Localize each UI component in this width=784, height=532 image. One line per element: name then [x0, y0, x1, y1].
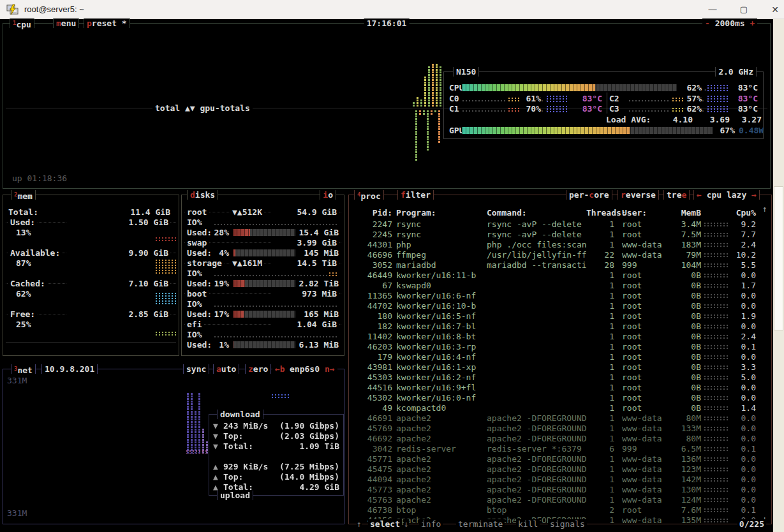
proc-cpu-graph [704, 406, 728, 410]
proc-cpu-graph [704, 355, 728, 359]
proc-col-memory[interactable]: MemB [667, 208, 701, 218]
net-zero-button[interactable]: zero [245, 364, 271, 374]
process-row[interactable]: 46691apache2apache2 -DFOREGROUND1www-dat… [349, 413, 771, 423]
process-row[interactable]: 3042redis-serverredis-server *:637969996… [349, 444, 771, 454]
process-row[interactable]: 44516kworker/u16:9+fl1root0B0.0 [349, 383, 771, 392]
interval-plus-button[interactable]: + [750, 18, 755, 28]
proc-box-title[interactable]: 4proc [354, 190, 384, 200]
select-down-icon[interactable]: ↓ [404, 519, 409, 529]
proc-cell-cpu: 0.0 [730, 434, 756, 443]
filter-button[interactable]: filter [397, 190, 434, 200]
process-row[interactable]: 45771apache2apache2 -DFOREGROUND1www-dat… [349, 454, 771, 464]
process-row[interactable]: 44301phpphp ./occ files:scan1www-data183… [349, 240, 771, 249]
proc-col-program[interactable]: Program: [396, 208, 485, 218]
proc-cell-memory: 0B [667, 270, 701, 280]
process-row[interactable]: 45475apache2apache2 -DFOREGROUND1www-dat… [349, 464, 771, 474]
process-row[interactable]: 45773apache2apache2 -DFOREGROUND1www-dat… [349, 485, 771, 494]
process-row[interactable]: 67kswapd01root0B1.7 [349, 281, 771, 290]
proc-cell-program: kworker/u16:8-bt [396, 332, 485, 341]
kill-action[interactable]: kill [516, 519, 540, 529]
process-row[interactable]: 46449kworker/u16:11-b1root0B0.0 [349, 270, 771, 280]
proc-cpu-graph [704, 477, 728, 482]
process-row[interactable]: 46738btopbtop2root7.6M0.1 [349, 505, 771, 515]
process-row[interactable]: 3052mariadbdmariadbd --transacti28999104… [349, 260, 771, 270]
io-mode-button[interactable]: io [320, 190, 336, 200]
core-usage-pct: 62% [676, 104, 702, 114]
preset-button[interactable]: preset * [84, 18, 130, 28]
disks-box-title[interactable]: disks [187, 190, 218, 200]
window-title: root@server5: ~ [24, 4, 84, 14]
net-sync-button[interactable]: sync [183, 364, 209, 374]
mem-row-label: Cached: [8, 279, 47, 288]
process-row[interactable]: 179kworker/u16:4-nf1root0B0.0 [349, 352, 771, 362]
process-row[interactable]: 45769apache2apache2 -DFOREGROUND1www-dat… [349, 424, 771, 433]
select-action[interactable]: select [368, 519, 402, 529]
clock: 17:16:01 [364, 18, 410, 28]
select-up-icon[interactable]: ↑ [357, 519, 362, 529]
per-core-toggle[interactable]: per-core [566, 190, 612, 200]
proc-col-threads[interactable]: Threads: [586, 208, 614, 218]
net-interface: enp6s0 [287, 364, 322, 374]
disk-io-label: IO% [187, 269, 202, 278]
close-button[interactable]: ✕ [761, 0, 784, 19]
proc-cell-cpu: 5.0 [730, 373, 756, 382]
sort-selector[interactable]: ← cpu lazy → [693, 190, 760, 200]
scroll-up-indicator[interactable]: ↑ [762, 204, 767, 214]
scrollbar-thumb[interactable] [774, 186, 783, 330]
info-action[interactable]: info [419, 519, 443, 529]
proc-cpu-graph [704, 242, 728, 247]
process-row[interactable]: 2247rsyncrsync -avP --delete1root3.4M9.2 [349, 219, 771, 229]
maximize-button[interactable]: ▢ [730, 0, 758, 19]
minimize-button[interactable]: — [699, 0, 727, 19]
mem-box-title[interactable]: 2mem [11, 190, 36, 200]
reverse-toggle[interactable]: reverse [618, 190, 659, 200]
tree-toggle[interactable]: tree [663, 190, 690, 200]
proc-cell-program: php [396, 240, 485, 249]
proc-col-pid[interactable]: Pid: [354, 208, 392, 218]
net-box-title[interactable]: 3net [11, 364, 36, 374]
proc-cell-memory: 0B [667, 311, 701, 321]
process-row[interactable]: 46696ffmpeg/usr/lib/jellyfin-ff22www-dat… [349, 250, 771, 260]
process-row[interactable]: 182kworker/u16:7-bl1root0B0.0 [349, 321, 771, 331]
process-row[interactable]: 46203kworker/u16:3-rp1root0B0.1 [349, 342, 771, 351]
disk-used-value: 145 MiB [297, 248, 339, 258]
process-row[interactable]: 46692apache2apache2 -DFOREGROUND1www-dat… [349, 434, 771, 443]
disk-size: 14.5 TiB [271, 258, 339, 268]
proc-cell-program: apache2 [396, 454, 485, 464]
disk-name: boot [185, 289, 209, 299]
download-graph [187, 391, 210, 454]
process-row[interactable]: 45763apache2apache2 -DFOREGROUND1www-dat… [349, 495, 771, 505]
iface-next-button[interactable]: n→ [322, 364, 337, 374]
proc-cell-threads: 6 [586, 444, 614, 454]
interval-minus-button[interactable]: - [705, 18, 710, 28]
terminate-action[interactable]: terminate [456, 519, 505, 529]
proc-cell-cpu: 1.4 [730, 403, 756, 413]
process-row[interactable]: 49kcompactd01root0B1.4 [349, 403, 771, 413]
terminal-scrollbar[interactable] [773, 19, 784, 532]
download-value: (1.90 Gibps) [264, 421, 339, 431]
proc-cell-cpu: 0.0 [730, 475, 756, 484]
process-row[interactable]: 45302kworker/u16:0-nf1root0B0.0 [349, 393, 771, 403]
proc-col-cpu[interactable]: Cpu% [730, 208, 756, 218]
signals-action[interactable]: signals [548, 519, 587, 529]
process-row[interactable]: 11402kworker/u16:8-bt1root0B2.4 [349, 332, 771, 341]
process-row[interactable]: 43981kworker/u16:1-xp1root0B3.3 [349, 362, 771, 372]
process-row[interactable]: 2245rsyncrsync -avP --delete1root7.5M7.7 [349, 230, 771, 239]
proc-cell-memory: 3.4M [667, 219, 701, 229]
disk-used-row: Used:1%6.13 MiB [182, 340, 344, 350]
proc-cell-memory: 0B [667, 362, 701, 372]
iface-prev-button[interactable]: ←b [272, 364, 288, 374]
net-auto-button[interactable]: auto [213, 364, 239, 374]
proc-cpu-graph [704, 395, 728, 400]
process-row[interactable]: 45303kworker/u16:2-nf1root0B5.0 [349, 373, 771, 382]
process-row[interactable]: 44094apache2apache2 -DFOREGROUND1www-dat… [349, 475, 771, 484]
proc-cpu-graph [704, 344, 728, 349]
menu-button[interactable]: menu [53, 18, 79, 28]
cpu-box-title[interactable]: 1cpu [10, 18, 34, 28]
interval-control: - 2000ms + [702, 18, 757, 28]
graph-mode-toggle[interactable]: total ▲▼ gpu-totals [152, 103, 253, 113]
process-row[interactable]: 180kworker/u16:5-nf1root0B1.9 [349, 311, 771, 321]
core-label: C2 [609, 94, 619, 103]
process-row[interactable]: 44702kworker/u16:10-b1root0B0.0 [349, 301, 771, 311]
process-row[interactable]: 11365kworker/u16:6-nf1root0B0.0 [349, 291, 771, 300]
